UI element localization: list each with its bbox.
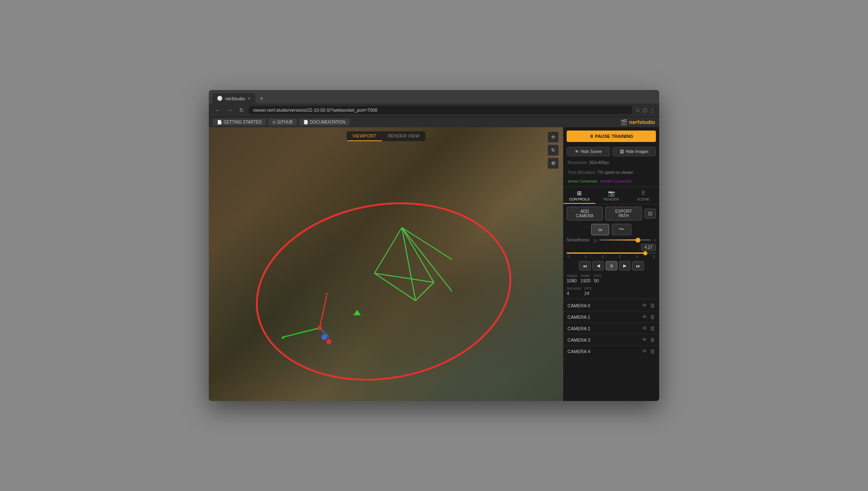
hide-images-button[interactable]: 🖼 Hide Images xyxy=(613,147,656,156)
tab-render[interactable]: 📷 RENDER xyxy=(595,187,627,204)
svg-point-13 xyxy=(317,326,322,330)
svg-line-3 xyxy=(375,273,434,282)
svg-line-6 xyxy=(402,227,452,259)
height-value[interactable]: 1080 xyxy=(567,278,577,283)
smoothness-row: Smoothness △ ○ xyxy=(563,236,659,244)
image-icon: 🖼 xyxy=(620,149,624,154)
red-path-ellipse xyxy=(243,184,524,399)
skip-end-button[interactable]: ⏭ xyxy=(632,261,644,270)
resolution-label: Resolution: xyxy=(567,160,588,165)
divider xyxy=(563,298,659,299)
size-inputs-row: Height 1080 Width 1920 FOV 50 xyxy=(563,272,659,285)
fov-value[interactable]: 50 xyxy=(594,278,602,283)
tab-viewport[interactable]: VIEWPORT xyxy=(346,131,382,141)
address-input[interactable] xyxy=(249,106,632,114)
bookmark-star-icon[interactable]: ☆ xyxy=(635,107,640,113)
copy-path-button[interactable]: ⊡ xyxy=(644,209,656,218)
skip-start-button[interactable]: ⏮ xyxy=(579,261,591,270)
camera-item-3[interactable]: CAMERA 3 👁 🗑 xyxy=(563,334,659,345)
info-row: Resolution: 350x489px xyxy=(563,158,659,168)
extensions-icon[interactable]: ⬡ xyxy=(643,107,647,113)
svg-line-10 xyxy=(320,296,327,328)
svg-line-4 xyxy=(416,282,434,301)
browser-tab[interactable]: ⚪ nerfstudio ✕ xyxy=(212,93,255,104)
new-tab-button[interactable]: + xyxy=(257,94,266,103)
rotate-button[interactable]: ↻ xyxy=(547,144,559,156)
tab-bar: ⚪ nerfstudio ✕ + xyxy=(209,90,659,104)
path-toggle-row: ∞ 〜 xyxy=(563,223,659,236)
camera-item-0[interactable]: CAMERA 0 👁 🗑 xyxy=(563,300,659,311)
fps-group: FPS 24 xyxy=(584,286,592,296)
back-button[interactable]: ← xyxy=(213,106,222,114)
menu-icon[interactable]: ⋮ xyxy=(650,107,655,113)
camera-2-delete-icon[interactable]: 🗑 xyxy=(650,325,655,331)
timeline-track[interactable] xyxy=(567,252,656,254)
fps-value[interactable]: 24 xyxy=(584,291,592,296)
smoothness-value[interactable]: 4.27 xyxy=(641,244,656,251)
prev-button[interactable]: ◀ xyxy=(592,261,604,270)
browser-chrome: ⚪ nerfstudio ✕ + ← → ↻ ☆ ⬡ ⋮ 📄 GETTING S… xyxy=(209,90,659,127)
svg-marker-11 xyxy=(325,293,328,295)
bookmark-documentation[interactable]: 📑 DOCUMENTATION xyxy=(299,119,350,126)
pause-playback-button[interactable]: ⏸ xyxy=(606,261,617,270)
circle-icon: ○ xyxy=(653,238,656,242)
tab-controls[interactable]: ⊞ CONTROLS xyxy=(563,187,595,204)
camera-0-eye-icon[interactable]: 👁 xyxy=(642,302,647,309)
smoothness-label: Smoothness xyxy=(567,238,591,242)
camera-item-4[interactable]: CAMERA 4 👁 🗑 xyxy=(563,345,659,357)
address-bar-row: ← → ↻ ☆ ⬡ ⋮ xyxy=(209,104,659,117)
viewport-tabs: VIEWPORT RENDER VIEW xyxy=(346,131,425,141)
export-path-button[interactable]: EXPORT PATH xyxy=(605,207,642,221)
fov-label: FOV xyxy=(594,274,602,278)
camera-3-delete-icon[interactable]: 🗑 xyxy=(650,337,655,343)
bookmark-getting-started[interactable]: 📄 GETTING STARTED xyxy=(213,119,266,126)
tab-favicon: ⚪ xyxy=(217,96,223,101)
camera-list: CAMERA 0 👁 🗑 CAMERA 1 👁 🗑 CAMERA 2 👁 🗑 C… xyxy=(563,300,659,401)
server-connected-badge: Server Connected xyxy=(567,179,597,183)
reload-button[interactable]: ↻ xyxy=(237,106,246,114)
crosshair-button[interactable]: ✛ xyxy=(547,131,559,143)
status-row: Server Connected Render Connected xyxy=(563,178,659,185)
smoothness-slider[interactable] xyxy=(599,239,651,241)
next-button[interactable]: ▶ xyxy=(619,261,631,270)
camera-4-delete-icon[interactable]: 🗑 xyxy=(650,348,655,354)
fov-group: FOV 50 xyxy=(594,274,602,283)
camera-1-delete-icon[interactable]: 🗑 xyxy=(650,314,655,320)
bookmark-github[interactable]: ⊙ GITHUB xyxy=(268,119,297,126)
svg-line-5 xyxy=(375,273,416,301)
seconds-value[interactable]: 4 xyxy=(567,291,581,296)
add-camera-button[interactable]: ADD CAMERA xyxy=(567,207,603,221)
camera-item-1[interactable]: CAMERA 1 👁 🗑 xyxy=(563,311,659,322)
infinity-path-btn[interactable]: ∞ xyxy=(591,224,609,235)
seconds-label: Seconds xyxy=(567,286,581,291)
logo-icon: 🎬 xyxy=(620,119,627,126)
spline-path-btn[interactable]: 〜 xyxy=(612,224,631,235)
width-label: Width xyxy=(581,274,590,278)
timeline-thumb[interactable] xyxy=(643,251,647,255)
tab-render-view[interactable]: RENDER VIEW xyxy=(382,131,425,141)
pause-training-button[interactable]: ⏸ PAUSE TRAINING xyxy=(567,131,656,142)
camera-item-2[interactable]: CAMERA 2 👁 🗑 xyxy=(563,322,659,334)
fps-label: FPS xyxy=(584,286,592,291)
tab-scene[interactable]: ⠿ SCENE xyxy=(627,187,659,204)
forward-button[interactable]: → xyxy=(225,106,234,114)
camera-0-delete-icon[interactable]: 🗑 xyxy=(650,302,655,309)
tab-close-btn[interactable]: ✕ xyxy=(247,96,251,101)
camera-2-eye-icon[interactable]: 👁 xyxy=(642,325,647,331)
playback-row: ⏮ ◀ ⏸ ▶ ⏭ xyxy=(563,259,659,272)
time-allocation-value: 7% spent on viewer xyxy=(597,170,633,175)
width-value[interactable]: 1920 xyxy=(581,278,590,283)
viewport-area[interactable]: VIEWPORT RENDER VIEW ✛ ↻ ⚙ xyxy=(209,127,563,401)
right-panel: ⏸ PAUSE TRAINING 👁 Hide Scene 🖼 Hide Ima… xyxy=(563,127,659,401)
camera-3-eye-icon[interactable]: 👁 xyxy=(642,337,647,343)
camera-1-eye-icon[interactable]: 👁 xyxy=(642,314,647,320)
logo-text: nerfstudio xyxy=(629,119,655,125)
smoothness-thumb[interactable] xyxy=(635,238,640,243)
scene-icon: ⠿ xyxy=(641,190,645,196)
nerf-logo: 🎬 nerfstudio xyxy=(620,119,655,126)
hide-scene-button[interactable]: 👁 Hide Scene xyxy=(567,147,610,156)
camera-4-eye-icon[interactable]: 👁 xyxy=(642,348,647,354)
settings-button[interactable]: ⚙ xyxy=(547,158,559,169)
triangle-icon: △ xyxy=(594,238,597,242)
viewport-controls: ✛ ↻ ⚙ xyxy=(547,131,559,169)
